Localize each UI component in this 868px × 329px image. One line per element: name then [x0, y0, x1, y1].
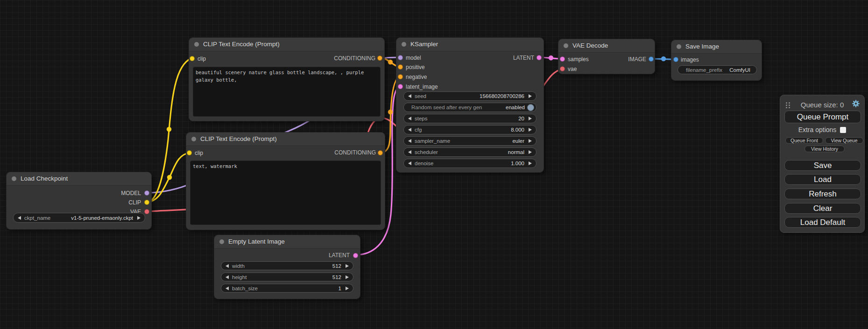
toggle-circle-icon[interactable]	[527, 104, 534, 111]
decrement-arrow-icon[interactable]	[18, 216, 21, 220]
increment-arrow-icon[interactable]	[529, 161, 532, 165]
node-empty-latent-image[interactable]: Empty Latent Image LATENT width 512 heig…	[214, 235, 360, 299]
refresh-button[interactable]: Refresh	[784, 189, 861, 199]
view-queue-button[interactable]: View Queue	[825, 137, 863, 144]
input-port-latent-image[interactable]	[398, 84, 403, 89]
decrement-arrow-icon[interactable]	[408, 94, 411, 98]
sampler-name-widget[interactable]: sampler_name euler	[403, 136, 536, 146]
seed-widget[interactable]: seed 156680208700286	[403, 91, 536, 101]
clear-button[interactable]: Clear	[784, 203, 861, 214]
node-title-bar[interactable]: CLIP Text Encode (Prompt)	[186, 133, 385, 146]
node-title-bar[interactable]: KSampler	[396, 38, 543, 51]
decrement-arrow-icon[interactable]	[408, 128, 411, 132]
decrement-arrow-icon[interactable]	[226, 287, 229, 290]
node-load-checkpoint[interactable]: Load Checkpoint MODEL CLIP VAE ckpt_name…	[6, 172, 152, 230]
queue-prompt-button[interactable]: Queue Prompt	[784, 111, 861, 123]
widget-value: 8.000	[422, 127, 524, 133]
increment-arrow-icon[interactable]	[529, 94, 532, 98]
extra-options-checkbox[interactable]	[840, 127, 846, 133]
input-port-model[interactable]	[398, 55, 403, 60]
scheduler-widget[interactable]: scheduler normal	[403, 147, 536, 157]
collapse-dot-icon[interactable]	[402, 42, 406, 47]
view-history-button[interactable]: View History	[804, 146, 845, 152]
output-label-model: MODEL	[85, 189, 141, 197]
decrement-arrow-icon[interactable]	[408, 139, 411, 143]
output-label-conditioning: CONDITIONING	[311, 149, 376, 156]
node-clip-text-encode-negative[interactable]: CLIP Text Encode (Prompt) clip CONDITION…	[186, 132, 385, 230]
random-seed-toggle-widget[interactable]: Random seed after every gen enabled	[403, 103, 536, 112]
filename-prefix-widget[interactable]: filename_prefix ComfyUI	[677, 65, 757, 74]
decrement-arrow-icon[interactable]	[226, 275, 229, 279]
output-label-latent: LATENT	[487, 54, 534, 62]
node-title-bar[interactable]: VAE Decode	[558, 39, 655, 53]
node-graph-canvas[interactable]: Load Checkpoint MODEL CLIP VAE ckpt_name…	[0, 0, 868, 329]
collapse-dot-icon[interactable]	[219, 239, 224, 244]
widget-label: height	[232, 274, 247, 280]
batch-size-widget[interactable]: batch_size 1	[221, 284, 353, 293]
queue-front-button[interactable]: Queue Front	[785, 137, 823, 144]
widget-value: 1.000	[433, 161, 524, 166]
output-port-conditioning[interactable]	[377, 56, 382, 61]
increment-arrow-icon[interactable]	[529, 128, 532, 132]
output-port-latent[interactable]	[536, 55, 542, 60]
node-title-bar[interactable]: Save Image	[671, 40, 762, 54]
input-port-clip[interactable]	[187, 150, 192, 155]
decrement-arrow-icon[interactable]	[408, 117, 411, 120]
input-port-images[interactable]	[673, 57, 678, 62]
input-label-clip: clip	[198, 55, 206, 63]
decrement-arrow-icon[interactable]	[226, 264, 229, 268]
settings-gear-icon[interactable]	[852, 99, 860, 108]
output-port-clip[interactable]	[144, 200, 149, 205]
steps-widget[interactable]: steps 20	[403, 114, 536, 123]
input-port-negative[interactable]	[398, 74, 403, 79]
ckpt-name-widget[interactable]: ckpt_name v1-5-pruned-emaonly.ckpt	[13, 213, 145, 223]
negative-prompt-textarea[interactable]: text, watermark	[190, 161, 381, 225]
collapse-dot-icon[interactable]	[194, 42, 199, 47]
node-vae-decode[interactable]: VAE Decode samples vae IMAGE	[558, 39, 655, 74]
increment-arrow-icon[interactable]	[346, 264, 349, 268]
increment-arrow-icon[interactable]	[529, 117, 532, 120]
widget-value: 1	[258, 286, 341, 291]
output-port-image[interactable]	[649, 56, 654, 62]
output-port-conditioning[interactable]	[378, 150, 383, 155]
output-label-clip: CLIP	[85, 199, 141, 206]
decrement-arrow-icon[interactable]	[408, 150, 411, 154]
input-label-negative: negative	[406, 73, 427, 81]
input-port-clip[interactable]	[190, 56, 195, 61]
output-port-vae[interactable]	[144, 209, 149, 214]
load-button[interactable]: Load	[784, 174, 861, 185]
height-widget[interactable]: height 512	[221, 273, 353, 281]
node-save-image[interactable]: Save Image images filename_prefix ComfyU…	[671, 40, 762, 81]
output-port-latent[interactable]	[353, 253, 358, 258]
positive-prompt-textarea[interactable]: beautiful scenery nature glass bottle la…	[193, 67, 381, 117]
input-port-positive[interactable]	[398, 64, 403, 70]
increment-arrow-icon[interactable]	[346, 287, 349, 290]
cfg-widget[interactable]: cfg 8.000	[403, 125, 536, 134]
increment-arrow-icon[interactable]	[346, 275, 349, 279]
width-widget[interactable]: width 512	[221, 261, 353, 270]
widget-value: 156680208700286	[426, 93, 524, 99]
increment-arrow-icon[interactable]	[529, 150, 532, 154]
collapse-dot-icon[interactable]	[564, 43, 568, 48]
node-title: CLIP Text Encode (Prompt)	[200, 135, 277, 142]
save-button[interactable]: Save	[784, 160, 861, 171]
denoise-widget[interactable]: denoise 1.000	[403, 159, 536, 168]
node-title-bar[interactable]: Load Checkpoint	[7, 172, 151, 186]
collapse-dot-icon[interactable]	[12, 176, 16, 181]
comfy-menu-panel[interactable]: Queue size: 0 Queue Prompt Extra options…	[780, 95, 865, 233]
widget-value: 512	[245, 263, 341, 269]
node-title-bar[interactable]: Empty Latent Image	[214, 235, 360, 249]
collapse-dot-icon[interactable]	[191, 137, 196, 141]
output-port-model[interactable]	[144, 190, 149, 196]
input-port-samples[interactable]	[560, 56, 565, 62]
node-title-bar[interactable]: CLIP Text Encode (Prompt)	[189, 38, 384, 51]
node-clip-text-encode-positive[interactable]: CLIP Text Encode (Prompt) clip CONDITION…	[189, 37, 385, 121]
increment-arrow-icon[interactable]	[529, 139, 532, 143]
decrement-arrow-icon[interactable]	[408, 161, 411, 165]
increment-arrow-icon[interactable]	[137, 216, 141, 220]
load-default-button[interactable]: Load Default	[784, 217, 861, 228]
collapse-dot-icon[interactable]	[677, 44, 681, 49]
node-ksampler[interactable]: KSampler model positive negative latent_…	[396, 37, 544, 173]
output-label-conditioning: CONDITIONING	[310, 55, 375, 62]
input-port-vae[interactable]	[560, 66, 565, 71]
